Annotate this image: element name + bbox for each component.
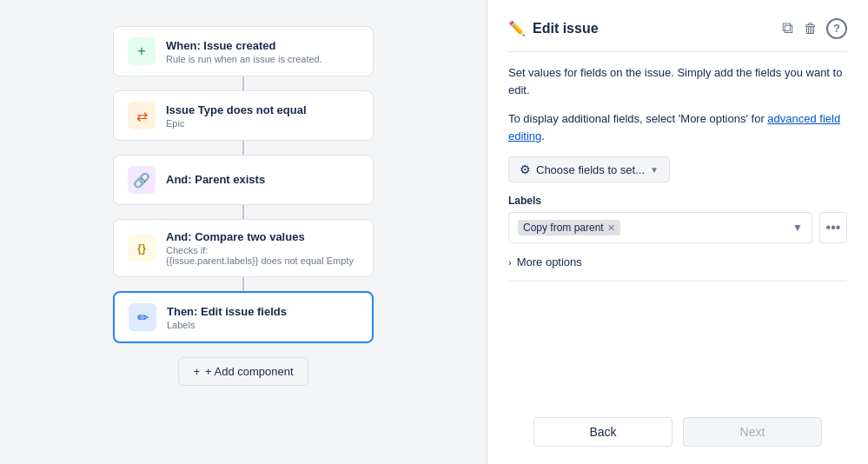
footer-divider (508, 281, 847, 282)
edit-icon: ✏️ (508, 20, 526, 36)
labels-tags: Copy from parent ✕ (518, 220, 792, 235)
copy-from-parent-tag: Copy from parent ✕ (518, 220, 620, 235)
field-options-button[interactable]: ••• (819, 212, 847, 243)
node-subtitle: Epic (166, 118, 307, 129)
node-icon-edit: ✏ (129, 303, 156, 331)
node-title: When: Issue created (166, 39, 322, 52)
node-subtitle: Checks if:{{issue.parent.labels}} does n… (166, 245, 354, 266)
select-chevron-icon: ▼ (792, 222, 803, 234)
workflow-nodes: + When: Issue created Rule is run when a… (113, 26, 374, 386)
ellipsis-icon: ••• (826, 220, 841, 235)
connector (242, 76, 244, 90)
add-component-label: + Add component (205, 365, 294, 378)
chevron-down-icon: ▼ (650, 165, 659, 175)
copy-button[interactable]: ⧉ (780, 17, 795, 39)
node-subtitle: Labels (167, 320, 287, 330)
node-compare-values[interactable]: {} And: Compare two values Checks if:{{i… (113, 219, 374, 277)
divider (508, 51, 847, 52)
connector (242, 277, 244, 291)
edit-issue-panel: ✏️ Edit issue ⧉ 🗑 ? Set values for field… (487, 0, 868, 464)
node-title: And: Parent exists (166, 173, 265, 186)
next-button: Next (683, 417, 822, 447)
labels-select[interactable]: Copy from parent ✕ ▼ (508, 212, 812, 243)
description-1: Set values for fields on the issue. Simp… (508, 64, 847, 98)
tag-remove-icon[interactable]: ✕ (607, 222, 615, 234)
copy-icon: ⧉ (782, 19, 793, 37)
panel-actions: ⧉ 🗑 ? (780, 17, 847, 39)
more-options-button[interactable]: › More options (508, 255, 847, 268)
node-icon-plus: + (128, 37, 156, 65)
node-subtitle: Rule is run when an issue is created. (166, 54, 322, 64)
tag-label: Copy from parent (523, 222, 604, 234)
chevron-right-icon: › (508, 257, 512, 268)
delete-button[interactable]: 🗑 (802, 19, 819, 38)
gear-icon: ⚙ (520, 162, 531, 176)
node-parent-exists[interactable]: 🔗 And: Parent exists (113, 155, 374, 205)
choose-fields-container: ⚙ Choose fields to set... ▼ (508, 156, 847, 182)
node-icon-braces: {} (128, 235, 156, 262)
node-issue-type[interactable]: ⇄ Issue Type does not equal Epic (113, 90, 374, 141)
add-component-button[interactable]: + + Add component (178, 357, 308, 386)
panel-title: Edit issue (533, 21, 599, 36)
connector (242, 205, 244, 219)
node-title: Then: Edit issue fields (167, 305, 287, 318)
node-icon-shuffle: ⇄ (128, 102, 156, 129)
connector (242, 141, 244, 155)
panel-footer: Back Next (508, 408, 847, 447)
help-button[interactable]: ? (826, 18, 847, 39)
labels-field-section: Labels Copy from parent ✕ ▼ ••• (508, 195, 847, 243)
node-icon-link: 🔗 (128, 166, 156, 194)
node-when-issue-created[interactable]: + When: Issue created Rule is run when a… (113, 26, 374, 76)
delete-icon: 🗑 (804, 21, 818, 36)
panel-header: ✏️ Edit issue ⧉ 🗑 ? (508, 17, 847, 39)
choose-fields-label: Choose fields to set... (536, 163, 645, 176)
more-options-label: More options (517, 255, 582, 268)
workflow-panel: + When: Issue created Rule is run when a… (0, 0, 487, 464)
add-icon: + (193, 365, 200, 378)
back-button[interactable]: Back (533, 417, 673, 447)
node-title: Issue Type does not equal (166, 103, 307, 116)
node-edit-issue-fields[interactable]: ✏ Then: Edit issue fields Labels (113, 291, 374, 343)
help-icon: ? (833, 22, 840, 35)
labels-label: Labels (508, 195, 847, 207)
description-2: To display additional fields, select 'Mo… (508, 110, 847, 144)
node-title: And: Compare two values (166, 230, 354, 243)
choose-fields-button[interactable]: ⚙ Choose fields to set... ▼ (508, 156, 670, 182)
labels-input-row: Copy from parent ✕ ▼ ••• (508, 212, 847, 243)
